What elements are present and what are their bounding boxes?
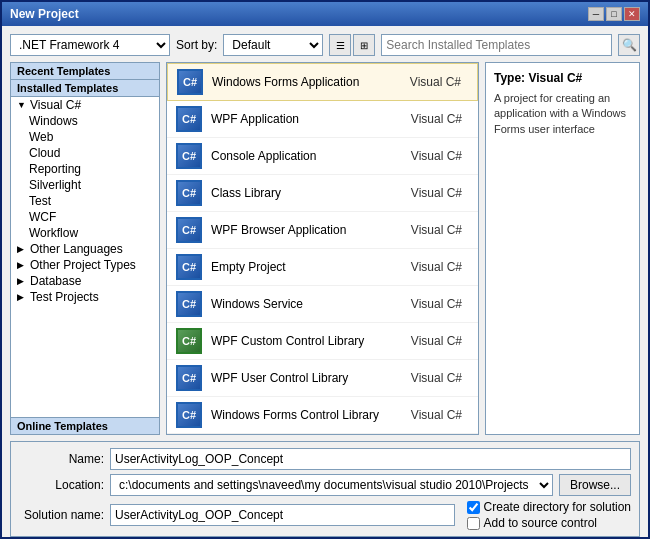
bottom-form: Name: Location: c:\documents and setting… bbox=[10, 441, 640, 537]
add-source-control-label: Add to source control bbox=[484, 516, 597, 530]
project-icon: C# bbox=[175, 142, 203, 170]
location-label: Location: bbox=[19, 478, 104, 492]
tree-item-workflow[interactable]: Workflow bbox=[11, 225, 159, 241]
list-item[interactable]: C# WPF User Control Library Visual C# bbox=[167, 360, 478, 397]
expand-icon: ▶ bbox=[17, 244, 27, 254]
tree-item-web[interactable]: Web bbox=[11, 129, 159, 145]
tree-item-cloud[interactable]: Cloud bbox=[11, 145, 159, 161]
center-panel: C# Windows Forms Application Visual C# C… bbox=[166, 62, 479, 435]
cs-icon: C# bbox=[176, 143, 202, 169]
project-lang: Visual C# bbox=[411, 223, 462, 237]
solution-label: Solution name: bbox=[19, 508, 104, 522]
search-input[interactable] bbox=[381, 34, 612, 56]
recent-templates-header: Recent Templates bbox=[11, 63, 159, 80]
maximize-button[interactable]: □ bbox=[606, 7, 622, 21]
framework-select[interactable]: .NET Framework 4 bbox=[10, 34, 170, 56]
project-name: Class Library bbox=[211, 186, 403, 200]
tree-item-wcf[interactable]: WCF bbox=[11, 209, 159, 225]
cs-icon: C# bbox=[176, 328, 202, 354]
list-item[interactable]: C# WPF Custom Control Library Visual C# bbox=[167, 323, 478, 360]
location-row: Location: c:\documents and settings\nave… bbox=[19, 474, 631, 496]
project-lang: Visual C# bbox=[411, 149, 462, 163]
tree-label: Workflow bbox=[29, 226, 78, 240]
close-button[interactable]: ✕ bbox=[624, 7, 640, 21]
cs-icon: C# bbox=[176, 106, 202, 132]
list-item[interactable]: C# Console Application Visual C# bbox=[167, 138, 478, 175]
project-name: Windows Forms Control Library bbox=[211, 408, 403, 422]
list-item[interactable]: C# Empty Project Visual C# bbox=[167, 249, 478, 286]
installed-templates-header: Installed Templates bbox=[11, 80, 159, 97]
project-lang: Visual C# bbox=[411, 112, 462, 126]
title-bar-buttons: ─ □ ✕ bbox=[588, 7, 640, 21]
sort-select[interactable]: Default bbox=[223, 34, 323, 56]
project-lang: Visual C# bbox=[411, 371, 462, 385]
cs-icon: C# bbox=[176, 254, 202, 280]
tree-label: Visual C# bbox=[30, 98, 81, 112]
left-panel: Recent Templates Installed Templates ▼ V… bbox=[10, 62, 160, 435]
project-name: Windows Forms Application bbox=[212, 75, 402, 89]
expand-icon: ▶ bbox=[17, 292, 27, 302]
project-name: WPF User Control Library bbox=[211, 371, 403, 385]
cs-icon: C# bbox=[176, 402, 202, 428]
tree-label: Database bbox=[30, 274, 81, 288]
create-directory-checkbox[interactable] bbox=[467, 501, 480, 514]
dialog-title: New Project bbox=[10, 7, 79, 21]
expand-icon: ▶ bbox=[17, 260, 27, 270]
tree-label: Web bbox=[29, 130, 53, 144]
type-label: Type: Visual C# bbox=[494, 71, 631, 85]
project-name: Windows Service bbox=[211, 297, 403, 311]
grid-view-button[interactable]: ⊞ bbox=[353, 34, 375, 56]
expand-icon: ▶ bbox=[17, 276, 27, 286]
tree-item-test[interactable]: Test bbox=[11, 193, 159, 209]
list-view-button[interactable]: ☰ bbox=[329, 34, 351, 56]
project-icon: C# bbox=[175, 290, 203, 318]
new-project-dialog: New Project ─ □ ✕ .NET Framework 4 Sort … bbox=[0, 0, 650, 539]
project-name: WPF Application bbox=[211, 112, 403, 126]
tree-item-database[interactable]: ▶ Database bbox=[11, 273, 159, 289]
location-select[interactable]: c:\documents and settings\naveed\my docu… bbox=[110, 474, 553, 496]
name-label: Name: bbox=[19, 452, 104, 466]
list-item[interactable]: C# Class Library Visual C# bbox=[167, 175, 478, 212]
solution-input[interactable] bbox=[110, 504, 455, 526]
tree-item-silverlight[interactable]: Silverlight bbox=[11, 177, 159, 193]
list-item[interactable]: C# Windows Forms Control Library Visual … bbox=[167, 397, 478, 434]
tree-item-test-projects[interactable]: ▶ Test Projects bbox=[11, 289, 159, 305]
title-bar: New Project ─ □ ✕ bbox=[2, 2, 648, 26]
project-icon: C# bbox=[175, 105, 203, 133]
create-directory-label: Create directory for solution bbox=[484, 500, 631, 514]
tree-item-other-languages[interactable]: ▶ Other Languages bbox=[11, 241, 159, 257]
expand-icon: ▼ bbox=[17, 100, 27, 110]
tree-label: Reporting bbox=[29, 162, 81, 176]
search-button[interactable]: 🔍 bbox=[618, 34, 640, 56]
cs-icon: C# bbox=[176, 365, 202, 391]
name-input[interactable] bbox=[110, 448, 631, 470]
project-icon: C# bbox=[176, 68, 204, 96]
tree-label: Cloud bbox=[29, 146, 60, 160]
create-directory-checkbox-row: Create directory for solution bbox=[467, 500, 631, 514]
list-item[interactable]: C# WPF Browser Application Visual C# bbox=[167, 212, 478, 249]
tree-item-visual-csharp[interactable]: ▼ Visual C# bbox=[11, 97, 159, 113]
browse-button[interactable]: Browse... bbox=[559, 474, 631, 496]
project-icon: C# bbox=[175, 179, 203, 207]
tree-label: Windows bbox=[29, 114, 78, 128]
view-buttons: ☰ ⊞ bbox=[329, 34, 375, 56]
main-area: Recent Templates Installed Templates ▼ V… bbox=[10, 62, 640, 435]
tree-item-other-project-types[interactable]: ▶ Other Project Types bbox=[11, 257, 159, 273]
cs-icon: C# bbox=[176, 291, 202, 317]
dialog-content: .NET Framework 4 Sort by: Default ☰ ⊞ 🔍 … bbox=[2, 26, 648, 539]
list-item[interactable]: C# Windows Service Visual C# bbox=[167, 286, 478, 323]
name-row: Name: bbox=[19, 448, 631, 470]
minimize-button[interactable]: ─ bbox=[588, 7, 604, 21]
list-item[interactable]: C# WPF Application Visual C# bbox=[167, 101, 478, 138]
tree-item-reporting[interactable]: Reporting bbox=[11, 161, 159, 177]
cs-icon: C# bbox=[176, 180, 202, 206]
tree-item-windows[interactable]: Windows bbox=[11, 113, 159, 129]
tree-label: WCF bbox=[29, 210, 56, 224]
list-item[interactable]: C# Windows Forms Application Visual C# bbox=[167, 63, 478, 101]
add-source-control-checkbox[interactable] bbox=[467, 517, 480, 530]
project-name: WPF Custom Control Library bbox=[211, 334, 403, 348]
top-bar: .NET Framework 4 Sort by: Default ☰ ⊞ 🔍 bbox=[10, 34, 640, 56]
project-lang: Visual C# bbox=[411, 297, 462, 311]
project-icon: C# bbox=[175, 253, 203, 281]
tree-label: Test bbox=[29, 194, 51, 208]
